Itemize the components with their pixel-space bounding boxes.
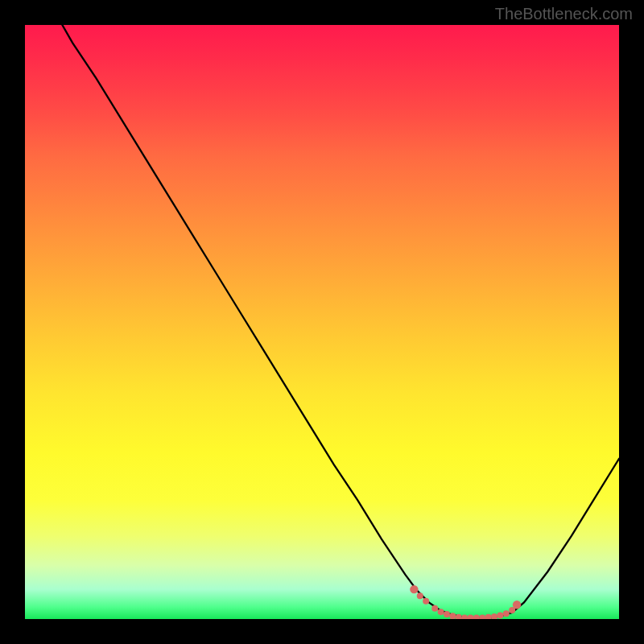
marker-dot: [503, 610, 510, 617]
chart-svg: [25, 25, 619, 619]
marker-dot: [468, 615, 474, 619]
marker-dot: [513, 601, 521, 609]
optimal-range-markers: [410, 585, 521, 619]
chart-plot-area: [25, 25, 619, 619]
watermark-text: TheBottleneck.com: [495, 5, 633, 23]
marker-dot: [473, 615, 480, 619]
marker-dot: [461, 615, 468, 619]
marker-dot: [438, 609, 444, 615]
marker-dot: [497, 613, 503, 619]
marker-dot: [431, 605, 438, 612]
marker-dot: [417, 592, 423, 599]
marker-dot: [491, 613, 497, 619]
marker-dot: [479, 615, 485, 619]
marker-dot: [485, 614, 492, 619]
bottleneck-curve-line: [25, 25, 619, 618]
marker-dot: [444, 611, 450, 617]
marker-dot: [423, 598, 429, 605]
marker-dot: [449, 613, 456, 619]
marker-dot: [410, 585, 418, 593]
